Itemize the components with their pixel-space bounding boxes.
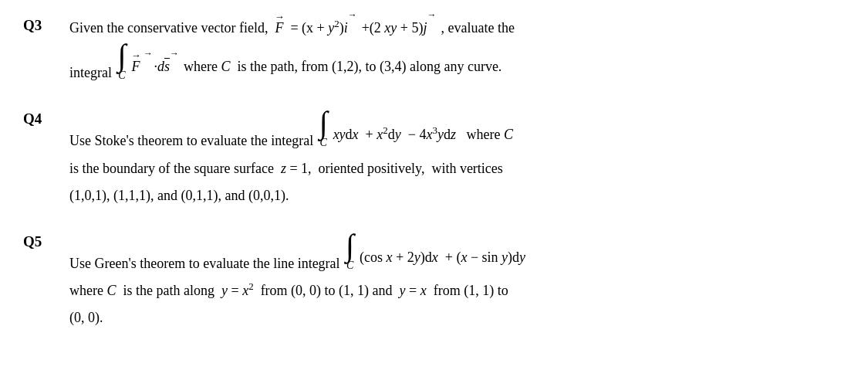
q3-integral-symbol: ∫ C	[117, 42, 126, 85]
q5-text-prefix: Use Green's theorem to evaluate the line…	[69, 252, 343, 276]
q5-line2: where C is the path along y = x2 from (0…	[69, 278, 845, 303]
q4-integral-symbol: ∫ C	[319, 109, 328, 152]
question-3: Q3 Given the conservative vector field, …	[23, 15, 845, 87]
question-5: Q5 Use Green's theorem to evaluate the l…	[23, 232, 845, 332]
q5-label: Q5	[23, 232, 69, 250]
q3-integral-word: integral	[69, 61, 115, 85]
q5-integral-symbol: ∫ C	[346, 232, 354, 275]
q5-integrand: (cos x + 2y)dx + (x − sin y)dy	[360, 246, 525, 270]
q4-line3: (1,0,1), (1,1,1), and (0,1,1), and (0,0,…	[69, 184, 845, 208]
q3-integrand: F → ·ds→ where C is the path, from (1,2)…	[131, 55, 502, 79]
question-4: Q4 Use Stoke's theorem to evaluate the i…	[23, 109, 845, 210]
q4-integrand: xydx + x2dy − 4x3ydz where C	[333, 122, 513, 147]
q3-content: Given the conservative vector field, F =…	[69, 15, 845, 87]
q3-line2: integral ∫ C F → ·ds→ where C is the pat…	[69, 42, 845, 85]
q4-content: Use Stoke's theorem to evaluate the inte…	[69, 109, 845, 210]
q5-line1: Use Green's theorem to evaluate the line…	[69, 232, 845, 275]
q3-label: Q3	[23, 15, 69, 34]
q5-content: Use Green's theorem to evaluate the line…	[69, 232, 845, 332]
q3-F-vector: F	[275, 16, 283, 40]
q3-line1: Given the conservative vector field, F =…	[69, 15, 845, 40]
q4-line1: Use Stoke's theorem to evaluate the inte…	[69, 109, 845, 152]
q4-text-prefix: Use Stoke's theorem to evaluate the inte…	[69, 129, 317, 153]
q4-line2: is the boundary of the square surface z …	[69, 157, 845, 181]
q4-label: Q4	[23, 109, 69, 127]
q5-line3: (0, 0).	[69, 306, 845, 330]
